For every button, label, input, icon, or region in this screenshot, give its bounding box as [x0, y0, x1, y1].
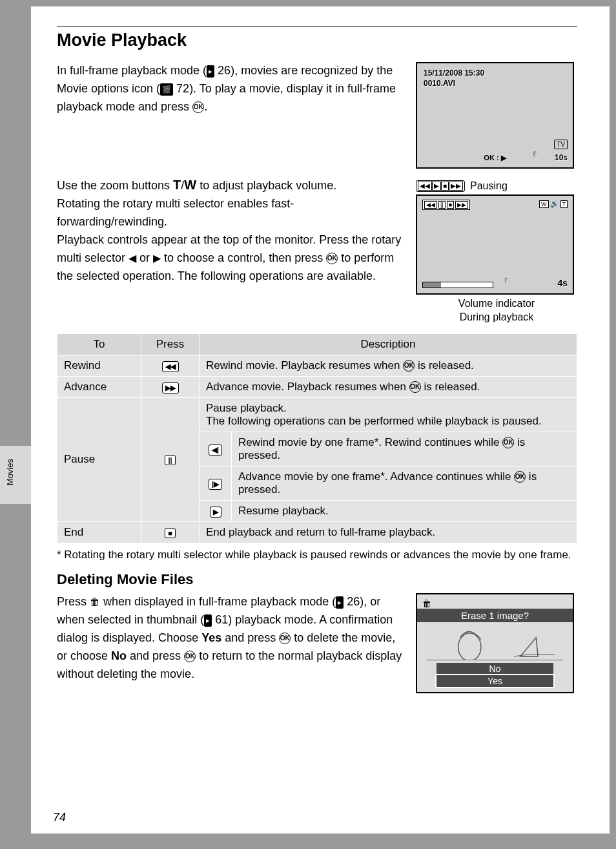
table-row: Pause || Pause playback. The following o… — [57, 397, 577, 432]
right-arrow-icon: ▶ — [153, 253, 161, 264]
operations-table: To Press Description Rewind ◀◀ Rewind mo… — [57, 333, 577, 543]
page-number: 74 — [53, 811, 66, 824]
intro-paragraph: In full-frame playback mode (▸ 26), movi… — [57, 62, 404, 116]
col-press: Press — [141, 333, 200, 355]
movie-options-icon: 🎬 — [160, 83, 173, 96]
duration: 10s — [555, 153, 568, 162]
screen-caption: Volume indicator During playback — [416, 297, 577, 324]
time-remaining: 4s — [557, 278, 568, 288]
filename: 0010.AVI — [424, 79, 455, 88]
image-sketch — [427, 628, 563, 660]
playback-screen-preview: 15/11/2008 15:30 0010.AVI TV OK : ▶ 『 10… — [416, 62, 574, 169]
delete-paragraph: Press 🗑 when displayed in full-frame pla… — [57, 593, 404, 683]
ok-button-icon: OK — [403, 360, 415, 372]
frame-advance-icon: |▶ — [209, 479, 222, 490]
ref-icon: ▸ — [204, 614, 212, 627]
tv-icon: TV — [554, 140, 568, 149]
trash-icon: 🗑 — [422, 598, 431, 609]
ref-icon: ▸ — [336, 596, 344, 609]
control-strip: ◀◀||■▶▶ — [422, 200, 470, 210]
progress-bar — [422, 282, 493, 288]
left-arrow-icon: ◀ — [128, 253, 136, 264]
play-icon: ▶ — [210, 507, 221, 518]
col-desc: Description — [200, 333, 577, 355]
ok-button-icon: OK — [192, 101, 204, 113]
ok-button-icon: OK — [409, 381, 421, 393]
dialog-option-no[interactable]: No — [436, 663, 553, 675]
ok-button-icon: OK — [326, 253, 338, 264]
advance-icon: ▶▶ — [162, 383, 179, 393]
ok-button-icon: OK — [184, 651, 196, 662]
timestamp: 15/11/2008 15:30 — [424, 68, 484, 78]
delete-dialog-preview: 🗑 Erase 1 image? No Yes — [416, 593, 574, 693]
control-strip-icon: ◀◀▶■▶▶ — [416, 180, 465, 192]
dialog-option-yes[interactable]: Yes — [436, 675, 553, 687]
ok-play-indicator: OK : ▶ — [484, 154, 506, 162]
table-row: Rewind ◀◀ Rewind movie. Playback resumes… — [57, 355, 577, 376]
playback-mode-icon: ▸ — [207, 65, 214, 78]
col-to: To — [57, 333, 141, 355]
table-row: End ■ End playback and return to full-fr… — [57, 521, 577, 543]
volume-indicator: W🔊T — [539, 200, 568, 208]
trash-icon: 🗑 — [90, 594, 100, 611]
pausing-label: Pausing — [470, 180, 508, 192]
rewind-icon: ◀◀ — [162, 361, 179, 372]
svg-point-0 — [458, 633, 481, 660]
ok-button-icon: OK — [279, 633, 291, 644]
bracket-icon: 『 — [528, 151, 537, 162]
section-label: Movies — [5, 459, 15, 485]
ok-button-icon: OK — [514, 471, 526, 483]
table-row: Advance ▶▶ Advance movie. Playback resum… — [57, 376, 577, 397]
paused-screen-preview: ◀◀||■▶▶ W🔊T 『 4s — [416, 194, 574, 295]
frame-rewind-icon: ◀| — [209, 445, 222, 456]
dialog-question: Erase 1 image? — [417, 609, 573, 622]
table-footnote: * Rotating the rotary multi selector whi… — [57, 547, 577, 563]
zoom-paragraph: Use the zoom buttons T/W to adjust playb… — [57, 175, 404, 195]
stop-icon: ■ — [165, 528, 176, 538]
controls-paragraph: Playback controls appear at the top of t… — [57, 231, 404, 286]
page-heading: Movie Playback — [57, 26, 577, 50]
section-heading: Deleting Movie Files — [57, 571, 577, 588]
pause-icon: || — [165, 455, 175, 465]
ok-button-icon: OK — [502, 437, 514, 448]
rotate-paragraph: Rotating the rotary multi selector enabl… — [57, 195, 404, 231]
bracket-icon: 『 — [500, 277, 508, 288]
